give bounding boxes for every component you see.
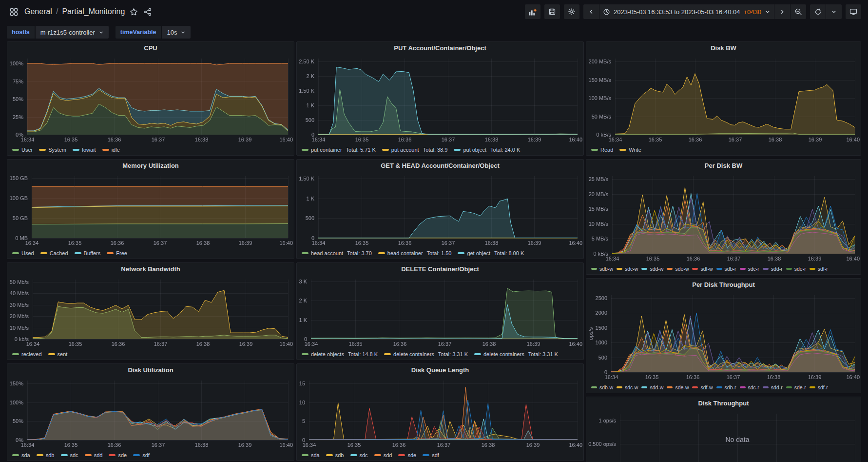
legend-item-sde[interactable]: sde [109,452,127,458]
legend-item-sdc-w[interactable]: sdc-w [617,266,638,272]
legend-item-Cached[interactable]: Cached [40,250,68,256]
network-chart[interactable] [7,276,294,349]
legend-item-Write[interactable]: Write [619,147,641,153]
legend-item-sde-w[interactable]: sde-w [667,266,689,272]
legend-label: Buffers [84,250,101,256]
variable-hostls-value[interactable]: m-r1z1s5-controller [36,26,109,39]
dashboard-settings-button[interactable] [564,4,579,19]
legend-item-sdc-w[interactable]: sdc-w [617,384,638,390]
legend-item-sdb-w[interactable]: sdb-w [591,266,613,272]
save-dashboard-button[interactable] [544,4,560,19]
legend-item-sdf-w[interactable]: sdf-w [692,384,713,390]
legend-item-get-object[interactable]: get objectTotal: 8.00 K [458,250,524,256]
legend-item-sdd-w[interactable]: sdd-w [641,384,663,390]
variable-timevariable-value[interactable]: 10s [162,26,191,39]
panel-title[interactable]: PUT Account/Container/Object [297,42,583,55]
legend-label: sdc [70,452,78,458]
legend-item-delete-containers[interactable]: delete containersTotal: 3.31 K [474,351,558,357]
disk-utilization-chart[interactable] [7,377,294,450]
legend-item-sdd-r[interactable]: sdd-r [763,266,783,272]
legend-item-sde[interactable]: sde [398,452,416,458]
legend-item-sdf-w[interactable]: sdf-w [692,266,713,272]
legend-item-sdc-r[interactable]: sdc-r [740,266,759,272]
legend-item-Iowait[interactable]: Iowait [73,147,96,153]
time-range-forward-button[interactable] [774,4,790,19]
legend-item-put-container[interactable]: put containerTotal: 5.71 K [302,147,376,153]
legend-item-sdd-r[interactable]: sdd-r [763,384,783,390]
legend-item-sda[interactable]: sda [302,452,320,458]
legend-item-sde-r[interactable]: sde-r [786,266,806,272]
legend-item-sdf[interactable]: sdf [423,452,439,458]
time-range-picker[interactable]: 2023-05-03 16:33:53 to 2023-05-03 16:40:… [599,4,774,19]
legend-item-head-account[interactable]: head accountTotal: 3.70 [302,250,372,256]
get-head-chart[interactable] [297,172,583,248]
put-chart[interactable] [297,55,583,144]
legend-item-sdc[interactable]: sdc [61,452,78,458]
legend-item-sda[interactable]: sda [12,452,30,458]
legend-item-sdb-r[interactable]: sdb-r [716,384,736,390]
dashboards-grid-icon[interactable] [7,5,20,19]
refresh-interval-dropdown[interactable] [826,4,842,19]
legend-swatch [398,454,405,456]
cpu-chart[interactable] [7,55,294,144]
panel-title[interactable]: Disk BW [586,42,861,55]
time-range-back-button[interactable] [583,4,599,19]
legend-item-sent[interactable]: sent [48,351,68,357]
legend-item-System[interactable]: System [39,147,66,153]
share-icon[interactable] [140,5,154,19]
legend-item-sde-r[interactable]: sde-r [786,384,806,390]
per-disk-throughput-chart[interactable] [586,291,861,382]
panel-title[interactable]: Per Disk Throughput [586,279,861,291]
disk-throughput-chart[interactable] [586,410,861,462]
legend-item-sdc[interactable]: sdc [350,452,368,458]
clock-icon [603,8,610,16]
panel-title[interactable]: DELETE Container/Object [297,263,583,276]
add-panel-button[interactable] [525,4,540,19]
panel-title[interactable]: Disk Utilization [7,364,294,377]
breadcrumb-folder[interactable]: General [24,7,52,16]
legend-item-sdd[interactable]: sdd [85,452,103,458]
refresh-button[interactable] [810,4,826,19]
per-disk-bw-chart[interactable] [586,172,861,263]
legend-item-sdf-r[interactable]: sdf-r [810,266,828,272]
legend-item-sdf-r[interactable]: sdf-r [810,384,828,390]
delete-chart[interactable] [297,276,583,349]
legend-item-Read[interactable]: Read [591,147,613,153]
disk-bw-chart[interactable] [586,55,861,144]
legend-item-sdb[interactable]: sdb [37,452,55,458]
legend-item-delete-objects[interactable]: delete objectsTotal: 14.8 K [302,351,378,357]
panel-title[interactable]: Disk Throughput [586,397,861,410]
legend-item-Used[interactable]: Used [12,250,34,256]
legend-item-sdb-w[interactable]: sdb-w [591,384,613,390]
panel-title[interactable]: Disk Queue Length [297,364,583,377]
panel-legend: head accountTotal: 3.70head containerTot… [297,248,583,259]
legend-item-Buffers[interactable]: Buffers [75,250,101,256]
breadcrumb-dashboard[interactable]: Partial_Monitoring [62,7,125,16]
legend-item-put-account[interactable]: put accountTotal: 38.9 [382,147,448,153]
legend-item-sdb[interactable]: sdb [326,452,344,458]
star-icon[interactable] [127,5,140,19]
disk-queue-chart[interactable] [297,377,583,450]
legend-item-sdd-w[interactable]: sdd-w [641,266,663,272]
legend-item-User[interactable]: User [12,147,33,153]
legend-label: sent [58,351,68,357]
panel-title[interactable]: Network Bandwidth [7,263,294,276]
panel-title[interactable]: CPU [7,42,294,55]
cycle-view-mode-button[interactable] [846,4,861,19]
memory-chart[interactable] [7,172,294,248]
legend-item-sdf[interactable]: sdf [133,452,150,458]
legend-item-delete-containers[interactable]: delete containersTotal: 3.31 K [384,351,468,357]
legend-item-sdc-r[interactable]: sdc-r [740,384,759,390]
legend-item-sde-w[interactable]: sde-w [667,384,689,390]
legend-item-Free[interactable]: Free [107,250,127,256]
legend-item-sdd[interactable]: sdd [374,452,392,458]
legend-item-head-container[interactable]: head containerTotal: 1.50 [378,250,452,256]
panel-title[interactable]: GET & HEAD Account/Container/Object [297,160,583,172]
legend-item-recieved[interactable]: recieved [12,351,42,357]
zoom-out-time-range-button[interactable] [791,4,806,19]
panel-title[interactable]: Memory Utilization [7,160,294,172]
legend-item-sdb-r[interactable]: sdb-r [716,266,736,272]
legend-item-idle[interactable]: idle [102,147,120,153]
legend-item-put-object[interactable]: put objectTotal: 24.0 K [454,147,520,153]
panel-title[interactable]: Per Disk BW [586,160,861,172]
